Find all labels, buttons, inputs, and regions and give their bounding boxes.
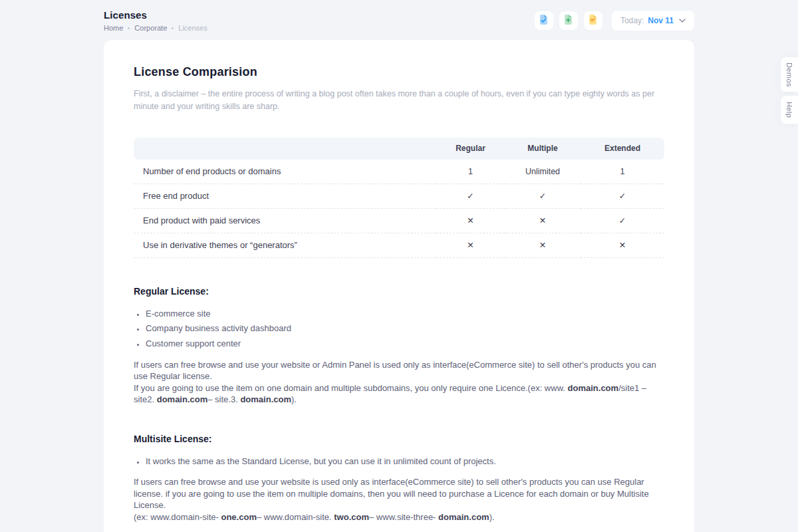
demos-tab-label: Demos <box>785 61 793 88</box>
table-cell: Unlimited <box>505 160 581 184</box>
table-row: Free end product ✓ ✓ ✓ <box>134 184 664 209</box>
demos-side-tab[interactable]: Demos <box>781 57 798 92</box>
disclaimer-text: First, a disclaimer – the entire process… <box>134 88 664 114</box>
column-header-multiple: Multiple <box>505 138 581 160</box>
file-plus-button[interactable] <box>559 11 578 30</box>
column-header-extended: Extended <box>581 138 664 160</box>
breadcrumb: Home Corporate Licenses <box>104 24 207 32</box>
help-tab-label: Help <box>785 100 793 119</box>
breadcrumb-separator-dot <box>172 27 174 29</box>
table-cell: ✓ <box>581 184 664 209</box>
bullet-list: E-commerce site Company business activit… <box>134 309 664 349</box>
document-heading: License Comparision <box>134 65 664 79</box>
table-header-row: Regular Multiple Extended <box>134 138 664 160</box>
file-lines-button[interactable] <box>584 11 602 30</box>
file-plus-icon <box>563 14 574 27</box>
help-side-tab[interactable]: Help <box>781 96 798 124</box>
list-item: Customer support center <box>146 338 664 349</box>
table-cell: ✕ <box>505 233 581 258</box>
file-check-icon <box>538 14 549 27</box>
date-value: Nov 11 <box>648 16 674 25</box>
date-label: Today: <box>620 16 644 25</box>
breadcrumb-corporate[interactable]: Corporate <box>134 24 167 32</box>
file-lines-icon <box>587 14 598 27</box>
table-row: End product with paid services ✕ ✕ ✓ <box>134 209 664 233</box>
topbar: Licenses Home Corporate Licenses <box>104 0 694 40</box>
bullet-list: It works the same as the Standard Licens… <box>134 456 664 467</box>
list-item: Company business activity dashboard <box>146 323 664 334</box>
table-cell: ✕ <box>436 209 505 233</box>
table-cell: ✕ <box>581 233 664 258</box>
row-label: Number of end products or domains <box>134 160 436 184</box>
table-header-empty <box>134 138 436 160</box>
page-header: Licenses Home Corporate Licenses <box>104 9 207 32</box>
content-card: License Comparision First, a disclaimer … <box>104 40 694 532</box>
section-heading: Regular License: <box>134 286 664 297</box>
table-cell: ✓ <box>436 184 505 209</box>
table-cell: ✕ <box>505 209 581 233</box>
list-item: E-commerce site <box>146 309 664 319</box>
section-paragraph: If users can free browse and use your we… <box>134 476 664 523</box>
row-label: Use in derivative themes or “generators” <box>134 233 436 258</box>
table-cell: 1 <box>436 160 505 184</box>
section-heading: Multisite License: <box>134 434 664 444</box>
table-row: Number of end products or domains 1 Unli… <box>134 160 664 184</box>
breadcrumb-separator-dot <box>128 27 130 29</box>
breadcrumb-home[interactable]: Home <box>104 24 123 32</box>
row-label: Free end product <box>134 184 436 209</box>
row-label: End product with paid services <box>134 209 436 233</box>
date-selector[interactable]: Today: Nov 11 <box>612 11 694 31</box>
section-regular-license: Regular License: E-commerce site Company… <box>134 286 664 406</box>
section-paragraph: If users can free browse and use your we… <box>134 359 664 406</box>
table-cell: 1 <box>581 160 664 184</box>
chevron-down-icon <box>679 19 686 23</box>
license-comparison-table: Regular Multiple Extended Number of end … <box>134 138 664 258</box>
breadcrumb-current: Licenses <box>178 24 207 32</box>
column-header-regular: Regular <box>436 138 505 160</box>
file-check-button[interactable] <box>535 11 553 30</box>
topbar-actions: Today: Nov 11 <box>535 11 694 31</box>
table-cell: ✓ <box>505 184 581 209</box>
list-item: It works the same as the Standard Licens… <box>146 456 664 467</box>
table-cell: ✓ <box>581 209 664 233</box>
table-row: Use in derivative themes or “generators”… <box>134 233 664 258</box>
table-cell: ✕ <box>436 233 505 258</box>
section-multisite-license: Multisite License: It works the same as … <box>134 434 664 523</box>
page-title: Licenses <box>104 9 207 21</box>
